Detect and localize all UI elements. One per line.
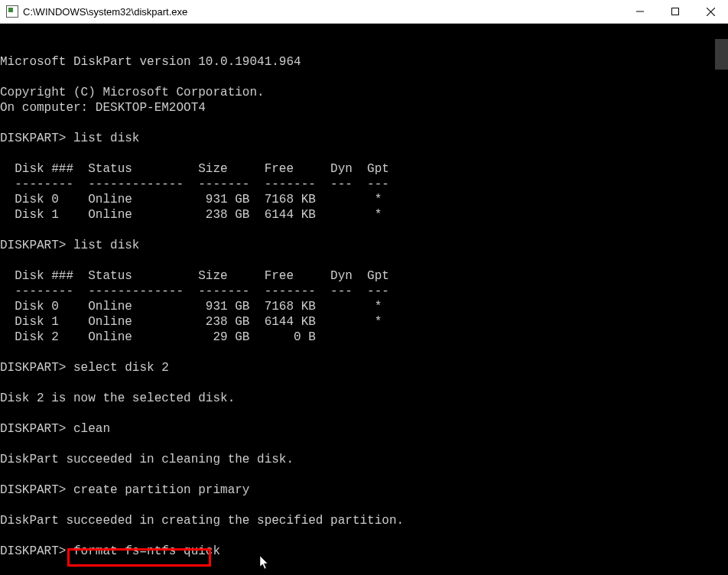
minimize-button[interactable] [622,0,658,23]
message-line: Disk 2 is now the selected disk. [0,391,235,405]
table-separator: -------- ------------- ------- ------- -… [0,284,389,298]
terminal[interactable]: Microsoft DiskPart version 10.0.19041.96… [0,24,728,575]
prompt: DISKPART> [0,544,73,558]
table-row: Disk 0 Online 931 GB 7168 KB * [0,300,382,313]
text-line: On computer: DESKTOP-EM2OOT4 [0,101,206,115]
command-text: format fs=ntfs quick [73,544,220,558]
prompt: DISKPART> [0,132,73,145]
window-title: C:\WINDOWS\system32\diskpart.exe [23,6,187,18]
table-header: Disk ### Status Size Free Dyn Gpt [0,269,389,283]
table-row: Disk 1 Online 238 GB 6144 KB * [0,208,382,222]
command-text: list disk [73,239,139,252]
table-row: Disk 2 Online 29 GB 0 B [0,330,316,344]
window-controls [622,0,728,23]
table-row: Disk 1 Online 238 GB 6144 KB * [0,315,382,329]
scrollbar[interactable] [715,24,728,575]
command-text: list disk [73,132,139,145]
prompt: DISKPART> [0,422,73,436]
close-button[interactable] [693,0,728,23]
table-separator: -------- ------------- ------- ------- -… [0,177,389,191]
message-line: DiskPart succeeded in creating the speci… [0,514,404,528]
table-row: Disk 0 Online 931 GB 7168 KB * [0,193,382,206]
prompt: DISKPART> [0,483,73,497]
scrollbar-thumb[interactable] [715,39,728,70]
command-text: clean [73,422,110,436]
prompt: DISKPART> [0,239,73,252]
app-icon [6,5,18,18]
text-line: Microsoft DiskPart version 10.0.19041.96… [0,55,301,69]
command-text: create partition primary [73,483,249,497]
maximize-button[interactable] [658,0,693,23]
message-line: DiskPart succeeded in cleaning the disk. [0,453,294,466]
prompt: DISKPART> [0,361,73,375]
titlebar[interactable]: C:\WINDOWS\system32\diskpart.exe [0,0,728,24]
command-text: select disk 2 [73,361,169,375]
svg-rect-1 [672,8,679,15]
table-header: Disk ### Status Size Free Dyn Gpt [0,162,389,176]
text-line: Copyright (C) Microsoft Corporation. [0,86,265,99]
terminal-output: Microsoft DiskPart version 10.0.19041.96… [0,39,728,559]
